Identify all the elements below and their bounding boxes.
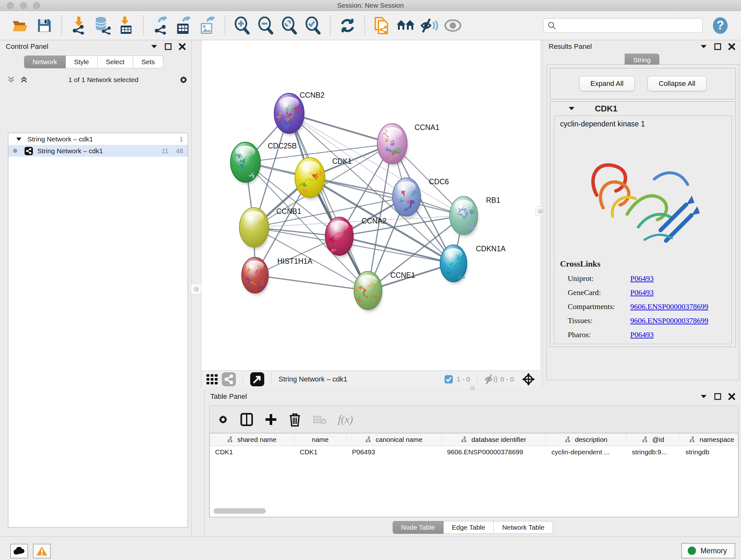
node-CDKN1A[interactable]: CDKN1A (440, 245, 506, 284)
edge-CCNB2-CCNA1[interactable] (289, 113, 392, 144)
table-cell[interactable]: cyclin-dependent ... (546, 446, 626, 458)
tree-expander-icon[interactable] (16, 137, 22, 141)
search-input[interactable] (559, 22, 698, 29)
zoom-window-button[interactable] (33, 2, 40, 9)
column-header-canonical-name[interactable]: canonical name (347, 433, 442, 446)
table-cell[interactable]: CDK1 (294, 446, 347, 458)
table-horizontal-scrollbar[interactable] (213, 508, 266, 514)
node-RB1[interactable]: RB1 (450, 196, 500, 236)
column-header-name[interactable]: name (294, 433, 347, 446)
column-header--id[interactable]: @id (626, 433, 680, 446)
add-column-icon[interactable] (265, 413, 277, 426)
crosslink-value-link[interactable]: 9606.ENSP00000378699 (630, 316, 709, 325)
selected-checkbox-icon[interactable] (444, 374, 454, 384)
float-panel-icon[interactable] (165, 43, 172, 50)
column-header-description[interactable]: description (546, 433, 626, 446)
table-row[interactable]: CDK1CDK1P064939606.ENSP00000378699cyclin… (210, 446, 738, 458)
export-network-button[interactable] (151, 16, 170, 35)
crosslink-value-link[interactable]: P06493 (630, 274, 654, 283)
cloud-status-button[interactable] (10, 544, 28, 558)
open-session-button[interactable] (11, 16, 30, 35)
left-splitter[interactable] (192, 40, 201, 537)
minimize-window-button[interactable] (20, 2, 27, 9)
save-session-button[interactable] (35, 16, 54, 35)
tab-style[interactable]: Style (66, 56, 98, 68)
warnings-button[interactable] (33, 544, 51, 558)
horizontal-splitter[interactable] (201, 388, 741, 390)
refresh-view-button[interactable] (338, 16, 357, 35)
expand-all-button[interactable]: Expand All (579, 76, 635, 91)
clone-network-button[interactable] (373, 16, 391, 35)
column-header-database-identifier[interactable]: database identifier (442, 433, 546, 446)
collapse-entry-icon[interactable] (568, 106, 575, 111)
zoom-fit-button[interactable] (280, 16, 299, 35)
delete-column-icon[interactable] (289, 413, 301, 427)
tab-edge-table[interactable]: Edge Table (444, 521, 494, 534)
collapse-all-icon[interactable] (7, 76, 15, 84)
left-splitter-handle[interactable] (191, 284, 202, 294)
close-panel-icon[interactable] (179, 43, 186, 50)
panel-menu-icon[interactable] (700, 44, 707, 49)
export-table-button[interactable] (175, 16, 193, 35)
fit-content-crosshair-icon[interactable] (522, 372, 536, 386)
export-image-button[interactable] (199, 16, 217, 35)
panel-menu-icon[interactable] (151, 44, 158, 49)
import-table-button[interactable] (117, 16, 135, 35)
entry-header[interactable]: CDK1 (550, 102, 736, 116)
column-header-namespace[interactable]: namespace (680, 433, 738, 446)
network-share-icon[interactable] (222, 372, 236, 386)
node-CDC25B[interactable]: CDC25B (230, 142, 297, 184)
tab-network-table[interactable]: Network Table (494, 521, 553, 534)
expand-all-icon[interactable] (20, 76, 28, 84)
table-cell[interactable]: 9606.ENSP00000378699 (442, 446, 546, 458)
memory-button[interactable]: Memory (681, 543, 735, 558)
network-graph[interactable]: CCNB2CCNA1CDC25BCDK1CDC6RB1CCNB1CCNA2CDK… (201, 40, 540, 370)
first-neighbors-button[interactable] (396, 16, 415, 35)
edge-CCNA2-CDKN1A[interactable] (339, 236, 454, 263)
hide-selected-button[interactable] (420, 16, 439, 35)
zoom-in-button[interactable] (233, 16, 252, 35)
tab-network[interactable]: Network (24, 56, 66, 68)
table-cell[interactable]: P06493 (347, 446, 442, 458)
table-settings-gear-icon[interactable] (217, 414, 229, 425)
crosslink-value-link[interactable]: P06493 (630, 288, 654, 297)
column-header-shared-name[interactable]: shared name (210, 433, 294, 446)
node-CDC6[interactable]: CDC6 (393, 178, 449, 218)
close-panel-icon[interactable] (728, 393, 735, 400)
network-collection-row[interactable]: String Network – cdk1 1 (8, 133, 188, 145)
right-splitter[interactable] (540, 40, 542, 388)
close-panel-icon[interactable] (728, 43, 735, 50)
crosslink-value-link[interactable]: 9606.ENSP00000378699 (630, 302, 709, 311)
node-CDK1[interactable]: CDK1 (295, 157, 352, 199)
show-all-button[interactable] (444, 16, 462, 35)
import-network-button[interactable] (70, 16, 88, 35)
hidden-eye-slash-icon[interactable] (484, 374, 497, 384)
zoom-selected-button[interactable] (304, 16, 322, 35)
network-row[interactable]: String Network – cdk1 11 48 (8, 145, 188, 157)
float-panel-icon[interactable] (714, 43, 721, 50)
node-HIST1H1A[interactable]: HIST1H1A (242, 257, 313, 295)
node-CCNE1[interactable]: CCNE1 (353, 271, 415, 311)
node-CCNA1[interactable]: CCNA1 (377, 123, 440, 165)
panel-menu-icon[interactable] (700, 394, 707, 399)
collapse-all-button[interactable]: Collapse All (648, 76, 706, 91)
tab-select[interactable]: Select (98, 56, 133, 68)
table-cell[interactable]: stringdb (680, 446, 738, 458)
help-button[interactable]: ? (711, 16, 730, 35)
import-network-from-database-button[interactable] (93, 16, 112, 35)
gear-icon[interactable] (179, 75, 188, 84)
table-cell[interactable]: CDK1 (210, 446, 294, 458)
table-cell[interactable]: stringdb:9... (626, 446, 680, 458)
network-canvas[interactable]: CCNB2CCNA1CDC25BCDK1CDC6RB1CCNB1CCNA2CDK… (201, 40, 540, 370)
node-CCNB2[interactable]: CCNB2 (274, 91, 325, 135)
edge-CCNE1-HIST1H1A[interactable] (255, 275, 368, 291)
crosslink-value-link[interactable]: P06493 (630, 330, 654, 339)
float-panel-icon[interactable] (714, 393, 721, 400)
tab-node-table[interactable]: Node Table (393, 521, 444, 534)
close-window-button[interactable] (7, 2, 14, 9)
birds-eye-view-icon[interactable] (250, 372, 264, 386)
zoom-out-button[interactable] (257, 16, 275, 35)
show-columns-icon[interactable] (240, 413, 253, 426)
tab-sets[interactable]: Sets (133, 56, 163, 68)
grid-view-icon[interactable] (206, 373, 219, 386)
